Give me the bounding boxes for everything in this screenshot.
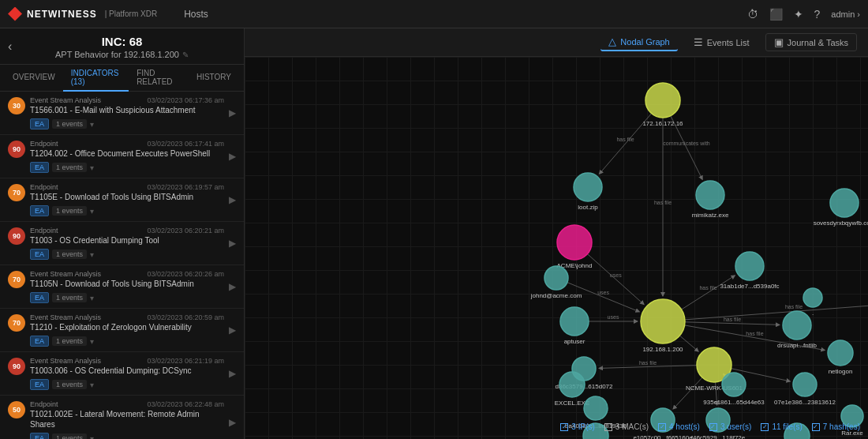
edge-label: has file bbox=[616, 137, 634, 142]
indicator-tags: EA 1 events ▾ bbox=[30, 433, 224, 439]
legend-label: 3 MAC(s) bbox=[615, 422, 649, 431]
arrow-right-icon[interactable]: ▶ bbox=[229, 368, 236, 379]
graph-node[interactable]: 172.16.172.16 bbox=[642, 83, 683, 127]
indicator-info: Event Stream Analysis 03/02/2023 06:20:2… bbox=[30, 270, 224, 303]
edit-icon[interactable]: ✎ bbox=[182, 51, 189, 59]
legend-checkbox[interactable]: ✓ bbox=[658, 423, 666, 431]
events-list-button[interactable]: ☰ Events List bbox=[686, 34, 758, 51]
node-label: loot.zip bbox=[578, 204, 598, 211]
graph-node[interactable]: 192.168.1.200 bbox=[641, 299, 685, 353]
expand-icon[interactable]: ▾ bbox=[90, 250, 94, 259]
indicator-item[interactable]: 70 Event Stream Analysis 03/02/2023 06:2… bbox=[0, 309, 244, 352]
legend-item[interactable]: ✓7 hash(es) bbox=[812, 422, 860, 431]
arrow-right-icon[interactable]: ▶ bbox=[229, 417, 236, 428]
arrow-right-icon[interactable]: ▶ bbox=[229, 238, 236, 249]
graph-node[interactable]: ACME\johnd bbox=[557, 225, 593, 269]
graph-node[interactable]: Rar.exe bbox=[841, 405, 863, 437]
graph-node[interactable]: aptuser bbox=[560, 307, 589, 345]
help-icon[interactable]: ? bbox=[814, 8, 821, 21]
indicator-item[interactable]: 30 Event Stream Analysis 03/02/2023 06:1… bbox=[0, 92, 244, 135]
legend-checkbox[interactable] bbox=[604, 423, 612, 431]
node-label: 172.16.172.16 bbox=[642, 120, 683, 127]
nodal-graph-button[interactable]: △ Nodal Graph bbox=[600, 33, 677, 51]
settings-icon[interactable]: ✦ bbox=[794, 8, 803, 21]
indicator-score: 30 bbox=[8, 97, 25, 114]
indicator-name: T1003 - OS Credential Dumping Tool bbox=[30, 235, 224, 246]
legend-checkbox[interactable]: ✓ bbox=[812, 423, 820, 431]
indicator-item[interactable]: 70 Endpoint 03/02/2023 06:19:57 am T1105… bbox=[0, 178, 244, 222]
legend-label: 11 file(s) bbox=[772, 422, 802, 431]
legend-checkbox[interactable]: ✓ bbox=[761, 423, 769, 431]
tab-history[interactable]: HISTORY bbox=[189, 65, 239, 92]
tag-ea: EA bbox=[30, 292, 49, 303]
arrow-right-icon[interactable]: ▶ bbox=[229, 281, 236, 292]
events-list-label: Events List bbox=[707, 38, 750, 47]
legend-checkbox[interactable]: ✓ bbox=[709, 423, 717, 431]
tab-find[interactable]: FIND RELATED bbox=[129, 65, 189, 92]
indicator-item[interactable]: 50 Endpoint 03/02/2023 06:22:48 am T1021… bbox=[0, 396, 244, 439]
graph-node[interactable]: . bbox=[803, 288, 822, 317]
monitor-icon[interactable]: ⬛ bbox=[769, 8, 783, 21]
expand-icon[interactable]: ▾ bbox=[90, 120, 94, 129]
node-circle bbox=[584, 396, 608, 420]
legend-item[interactable]: ✓3 user(s) bbox=[709, 422, 751, 431]
admin-menu[interactable]: admin › bbox=[831, 9, 860, 19]
node-label: 192.168.1.200 bbox=[642, 346, 683, 353]
expand-icon[interactable]: ▾ bbox=[90, 381, 94, 389]
graph-node[interactable]: johnd@acme.com bbox=[530, 266, 582, 299]
legend-item[interactable]: ✓3 IP(s) bbox=[560, 422, 594, 431]
indicator-score: 90 bbox=[8, 141, 25, 158]
arrow-right-icon[interactable]: ▶ bbox=[229, 325, 236, 336]
indicator-name: T1003.006 - OS Credential Dumping: DCSyn… bbox=[30, 366, 224, 376]
expand-icon[interactable]: ▾ bbox=[90, 434, 94, 440]
indicator-date: 03/02/2023 06:20:26 am bbox=[147, 270, 224, 278]
indicator-item[interactable]: 90 Endpoint 03/02/2023 06:17:41 am T1204… bbox=[0, 135, 244, 178]
journal-tasks-button[interactable]: ▣ Journal & Tasks bbox=[765, 33, 857, 51]
indicator-score: 50 bbox=[8, 401, 25, 418]
nav-item-hosts[interactable]: Hosts bbox=[173, 0, 241, 28]
graph-node[interactable]: netlogon bbox=[828, 340, 853, 375]
tag-count: 1 events bbox=[52, 293, 87, 302]
graph-node[interactable]: 07e1e386...23813612 bbox=[774, 373, 836, 406]
arrow-right-icon[interactable]: ▶ bbox=[229, 194, 236, 205]
right-toolbar: △ Nodal Graph ☰ Events List ▣ Journal & … bbox=[245, 28, 868, 57]
indicator-info: Endpoint 03/02/2023 06:22:48 am T1021.00… bbox=[30, 400, 224, 439]
list-icon: ☰ bbox=[694, 36, 703, 48]
graph-node[interactable]: 31ab1de7...d539a0fc bbox=[720, 252, 779, 290]
tag-count: 1 events bbox=[52, 119, 87, 129]
indicator-item[interactable]: 70 Event Stream Analysis 03/02/2023 06:2… bbox=[0, 265, 244, 309]
indicator-item[interactable]: 90 Endpoint 03/02/2023 06:20:21 am T1003… bbox=[0, 222, 244, 265]
arrow-right-icon[interactable]: ▶ bbox=[229, 107, 236, 118]
graph-node[interactable]: sovesdyrxbqywfb.com bbox=[814, 189, 868, 227]
graph-node[interactable]: mimikatz.exe bbox=[692, 181, 729, 219]
node-label: 935c1861...65d44e63 bbox=[703, 399, 765, 406]
graph-edge bbox=[587, 254, 644, 305]
node-circle bbox=[557, 225, 592, 260]
node-circle bbox=[830, 189, 859, 217]
indicator-item[interactable]: 90 Event Stream Analysis 03/02/2023 06:2… bbox=[0, 352, 244, 396]
indicator-info: Endpoint 03/02/2023 06:20:21 am T1003 - … bbox=[30, 227, 224, 260]
expand-icon[interactable]: ▾ bbox=[90, 207, 94, 216]
legend-item[interactable]: 3 MAC(s) bbox=[604, 422, 649, 431]
node-label: drsuapi...fntlib bbox=[777, 342, 817, 349]
clock-icon[interactable]: ⏱ bbox=[747, 8, 758, 21]
expand-icon[interactable]: ▾ bbox=[90, 294, 94, 302]
expand-icon[interactable]: ▾ bbox=[90, 337, 94, 346]
logo-text: NETWITNESS bbox=[27, 9, 97, 20]
graph-node[interactable]: drsuapi...fntlib bbox=[777, 311, 817, 349]
back-button[interactable]: ‹ bbox=[8, 39, 12, 53]
legend-item[interactable]: ✓11 file(s) bbox=[761, 422, 802, 431]
legend-checkbox[interactable]: ✓ bbox=[560, 423, 568, 431]
node-label: f46c5929...118f72e bbox=[691, 434, 746, 439]
arrow-right-icon[interactable]: ▶ bbox=[229, 151, 236, 162]
graph-node[interactable]: loot.zip bbox=[574, 173, 602, 211]
logo-sub: | Platform XDR bbox=[105, 9, 158, 18]
indicator-tags: EA 1 events ▾ bbox=[30, 379, 224, 390]
expand-icon[interactable]: ▾ bbox=[90, 163, 94, 172]
tab-indicators[interactable]: INDICATORS (13) bbox=[63, 65, 129, 92]
legend-item[interactable]: ✓4 host(s) bbox=[658, 422, 700, 431]
tag-ea: EA bbox=[30, 379, 49, 390]
tab-overview[interactable]: OVERVIEW bbox=[5, 65, 63, 92]
node-circle bbox=[783, 311, 811, 340]
indicator-date: 03/02/2023 06:17:36 am bbox=[147, 96, 224, 104]
